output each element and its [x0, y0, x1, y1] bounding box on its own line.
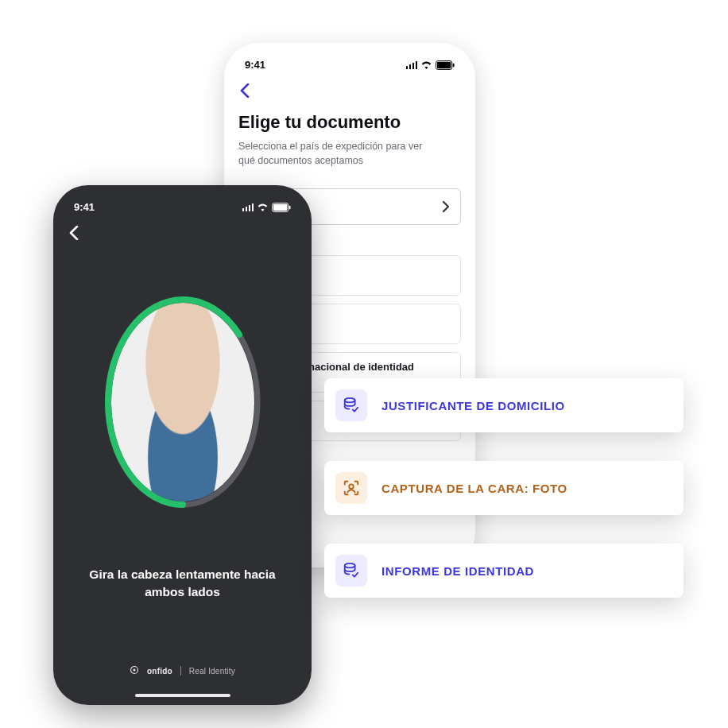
face-capture-zone	[68, 267, 297, 537]
signal-icon	[406, 61, 418, 69]
svg-rect-2	[453, 63, 455, 67]
back-icon[interactable]	[240, 83, 250, 98]
progress-ring-icon	[103, 295, 262, 509]
card-face-capture[interactable]: CAPTURA DE LA CARA: FOTO	[324, 461, 683, 515]
battery-icon	[436, 60, 455, 70]
svg-point-11	[345, 563, 355, 568]
status-icons	[406, 60, 455, 70]
status-bar: 9:41	[238, 54, 461, 79]
status-time: 9:41	[245, 59, 265, 71]
back-icon[interactable]	[69, 226, 79, 240]
brand-row: onfido Real Identity	[53, 665, 312, 676]
wifi-icon	[257, 203, 269, 211]
face-oval	[103, 295, 262, 509]
brand-tagline: Real Identity	[189, 667, 235, 676]
home-indicator	[135, 694, 230, 697]
divider	[180, 666, 181, 676]
svg-point-9	[345, 398, 355, 403]
svg-point-8	[134, 669, 136, 672]
instruction-text: Gira la cabeza lentamente hacia ambos la…	[87, 566, 278, 602]
wifi-icon	[420, 60, 432, 69]
database-check-icon	[335, 555, 367, 587]
status-bar: 9:41	[68, 196, 297, 221]
card-identity-report[interactable]: INFORME DE IDENTIDAD	[324, 544, 683, 598]
svg-rect-4	[273, 203, 288, 210]
status-icons	[242, 203, 292, 212]
card-label: INFORME DE IDENTIDAD	[381, 564, 534, 578]
brand-name: onfido	[147, 667, 172, 676]
card-proof-of-address[interactable]: JUSTIFICANTE DE DOMICILIO	[324, 378, 683, 432]
svg-point-10	[349, 484, 354, 489]
card-label: JUSTIFICANTE DE DOMICILIO	[381, 399, 565, 412]
svg-rect-1	[437, 61, 451, 68]
chevron-right-icon	[443, 201, 449, 212]
svg-rect-5	[289, 205, 291, 209]
signal-icon	[242, 203, 254, 211]
phone-face-capture: 9:41 Gira la cabeza lentamente hacia amb…	[53, 185, 312, 705]
face-scan-icon	[335, 472, 367, 504]
brand-logo-icon	[130, 665, 139, 676]
card-label: CAPTURA DE LA CARA: FOTO	[381, 482, 567, 495]
status-time: 9:41	[74, 201, 95, 213]
page-subtitle: Selecciona el país de expedición para ve…	[238, 139, 429, 168]
database-check-icon	[335, 389, 367, 421]
page-title: Elige tu documento	[238, 112, 461, 133]
battery-icon	[272, 203, 291, 212]
